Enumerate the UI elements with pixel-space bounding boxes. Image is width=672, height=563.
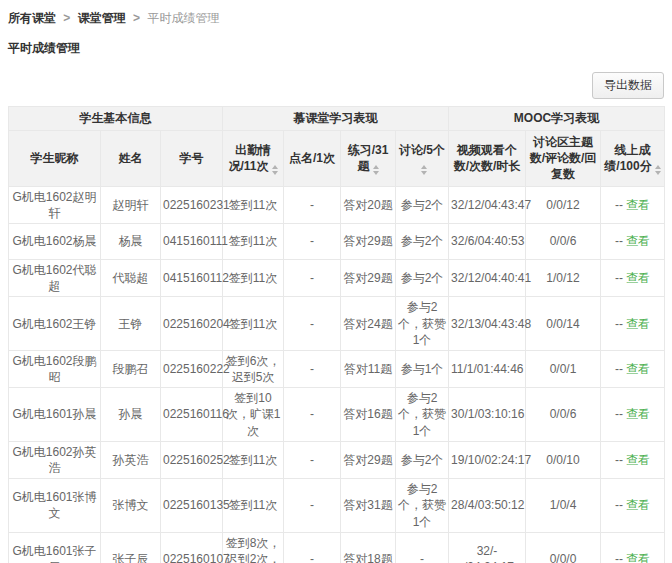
table-cell: --查看 <box>601 532 665 563</box>
view-link[interactable]: 查看 <box>626 234 650 248</box>
cell-value: 0225160222 <box>163 362 230 376</box>
column-header-discussion[interactable]: 讨论/5个 <box>396 131 449 187</box>
table-row: G机电1601孙晨孙晨0225160116签到10次，旷课1次-答对16题参与2… <box>9 388 665 442</box>
column-header-exercises[interactable]: 练习/31题 <box>341 131 396 187</box>
table-cell: --查看 <box>601 441 665 478</box>
column-header-attendance[interactable]: 出勤情况/11次 <box>223 131 284 187</box>
page-title: 平时成绩管理 <box>8 40 664 57</box>
cell-value: -- <box>615 234 623 248</box>
table-cell: 签到11次 <box>223 479 284 533</box>
grades-table: 学生基本信息 慕课堂学习表现 MOOC学习表现 学生昵称 姓名 学号 出勤情况/… <box>8 106 665 563</box>
cell-value: 答对29题 <box>343 453 392 467</box>
breadcrumb-item-class-management[interactable]: 课堂管理 <box>78 11 126 25</box>
table-cell: 签到11次 <box>223 259 284 296</box>
view-link[interactable]: 查看 <box>626 498 650 512</box>
table-cell: 11/1/01:44:46 <box>449 350 526 387</box>
view-link[interactable]: 查看 <box>626 407 650 421</box>
cell-value: 32/6/04:40:53 <box>451 234 524 248</box>
table-cell: 答对29题 <box>341 223 396 259</box>
cell-value: 19/10/02:24:17 <box>451 453 531 467</box>
cell-value: -- <box>615 407 623 421</box>
cell-value: -- <box>615 552 623 563</box>
table-cell: 答对29题 <box>341 259 396 296</box>
view-link[interactable]: 查看 <box>626 552 650 563</box>
table-row: G机电1601张子辰张子辰0225160107签到8次，迟到2次，旷课1次-答对… <box>9 532 665 563</box>
cell-value: - <box>310 271 314 285</box>
cell-value: 段鹏召 <box>113 362 149 376</box>
table-row: G机电1602赵明轩赵明轩0225160231签到11次-答对20题参与2个32… <box>9 186 665 223</box>
table-cell: 参与2个 <box>396 441 449 478</box>
cell-value: 签到6次，迟到5次 <box>226 354 281 384</box>
cell-value: 参与2个，获赞1个 <box>398 482 446 528</box>
breadcrumb: 所有课堂 > 课堂管理 > 平时成绩管理 <box>8 10 664 27</box>
table-cell: 杨晨 <box>101 223 161 259</box>
table-cell: 参与2个，获赞1个 <box>396 388 449 442</box>
sort-icon[interactable] <box>373 165 379 175</box>
table-cell: 签到6次，迟到5次 <box>223 350 284 387</box>
table-cell: - <box>284 388 341 442</box>
cell-value: 答对20题 <box>343 198 392 212</box>
table-cell: 答对29题 <box>341 441 396 478</box>
table-row: G机电1601张博文张博文0225160135签到11次-答对31题参与2个，获… <box>9 479 665 533</box>
cell-value: 答对29题 <box>343 234 392 248</box>
cell-value: 答对18题 <box>343 552 392 563</box>
cell-value: 0/0/12 <box>546 198 579 212</box>
cell-value: G机电1602王铮 <box>12 317 96 331</box>
toolbar: 导出数据 <box>8 72 664 99</box>
table-cell: 0225160231 <box>161 186 223 223</box>
sort-icon[interactable] <box>272 165 278 175</box>
view-link[interactable]: 查看 <box>626 198 650 212</box>
column-group-student-info: 学生基本信息 <box>9 107 223 131</box>
cell-value: - <box>310 317 314 331</box>
cell-value: 0415160111 <box>163 234 228 248</box>
table-cell: 孙晨 <box>101 388 161 442</box>
table-cell: - <box>284 350 341 387</box>
cell-value: -- <box>615 271 623 285</box>
cell-value: 28/4/03:50:12 <box>451 498 524 512</box>
breadcrumb-item-all-classes[interactable]: 所有课堂 <box>8 11 56 25</box>
sort-icon[interactable] <box>421 165 427 175</box>
cell-value: 张子辰 <box>113 552 149 563</box>
column-header-row: 学生昵称 姓名 学号 出勤情况/11次 点名/1次 练习/31题 讨论/5个 视… <box>9 131 665 187</box>
breadcrumb-item-current: 平时成绩管理 <box>147 11 219 25</box>
table-cell: - <box>284 186 341 223</box>
cell-value: -- <box>615 317 623 331</box>
cell-value: 签到10次，旷课1次 <box>226 391 281 437</box>
table-cell: 赵明轩 <box>101 186 161 223</box>
table-cell: 1/0/12 <box>526 259 601 296</box>
cell-value: G机电1602赵明轩 <box>12 190 96 220</box>
view-link[interactable]: 查看 <box>626 362 650 376</box>
column-group-mooc: MOOC学习表现 <box>449 107 665 131</box>
export-data-button[interactable]: 导出数据 <box>592 72 664 99</box>
cell-value: 孙晨 <box>119 407 143 421</box>
view-link[interactable]: 查看 <box>626 317 650 331</box>
view-link[interactable]: 查看 <box>626 271 650 285</box>
table-cell: - <box>396 532 449 563</box>
view-link[interactable]: 查看 <box>626 453 650 467</box>
cell-value: 答对11题 <box>344 362 392 376</box>
cell-value: 参与2个 <box>401 198 444 212</box>
cell-value: 张博文 <box>113 498 149 512</box>
sort-icon[interactable] <box>655 165 661 175</box>
cell-value: -- <box>615 453 623 467</box>
cell-value: 参与1个 <box>401 362 444 376</box>
column-header-online-score[interactable]: 线上成绩/100分 <box>601 131 665 187</box>
cell-value: 参与2个，获赞1个 <box>398 391 446 437</box>
table-cell: 答对11题 <box>341 350 396 387</box>
cell-value: G机电1602代聪超 <box>12 263 96 293</box>
cell-value: 签到11次 <box>229 498 277 512</box>
table-cell: 32/13/04:43:48 <box>449 297 526 351</box>
group-header-row: 学生基本信息 慕课堂学习表现 MOOC学习表现 <box>9 107 665 131</box>
table-cell: G机电1601张子辰 <box>9 532 101 563</box>
cell-value: G机电1601张博文 <box>12 490 96 520</box>
table-cell: 签到11次 <box>223 223 284 259</box>
cell-value: G机电1602杨晨 <box>12 234 96 248</box>
table-cell: G机电1601张博文 <box>9 479 101 533</box>
table-cell: G机电1602杨晨 <box>9 223 101 259</box>
cell-value: 32/--/04:24:17 <box>460 544 514 563</box>
cell-value: -- <box>615 198 623 212</box>
table-cell: 孙英浩 <box>101 441 161 478</box>
table-cell: G机电1602孙英浩 <box>9 441 101 478</box>
table-row: G机电1602王铮王铮0225160204签到11次-答对24题参与2个，获赞1… <box>9 297 665 351</box>
table-cell: 参与2个 <box>396 186 449 223</box>
